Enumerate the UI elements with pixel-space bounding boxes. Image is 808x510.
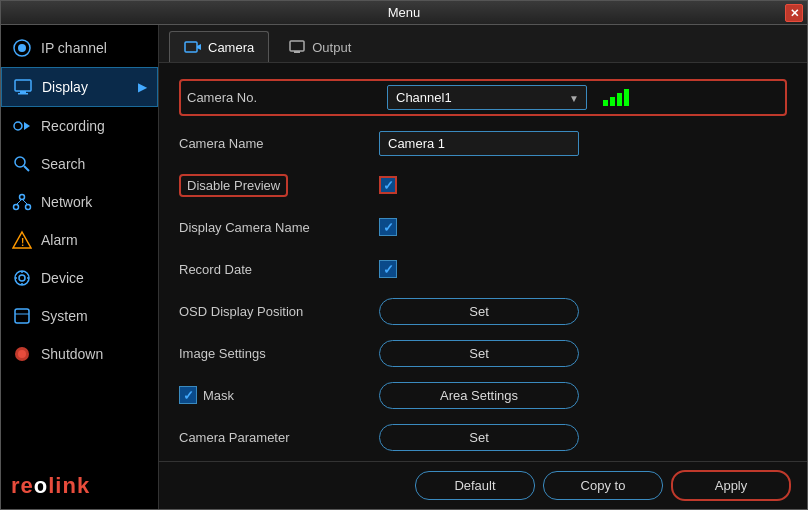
svg-point-25 bbox=[18, 350, 26, 358]
image-settings-control: Set bbox=[379, 340, 787, 367]
sidebar-item-display[interactable]: Display ▶ bbox=[1, 67, 158, 107]
sidebar: IP channel Display ▶ bbox=[1, 25, 159, 509]
mask-area-button[interactable]: Area Settings bbox=[379, 382, 579, 409]
record-date-checkbox[interactable] bbox=[379, 260, 397, 278]
sidebar-item-system[interactable]: System bbox=[1, 297, 158, 335]
tab-bar: Camera Output bbox=[159, 25, 807, 63]
tab-camera[interactable]: Camera bbox=[169, 31, 269, 62]
svg-rect-4 bbox=[18, 93, 28, 95]
sidebar-item-recording[interactable]: Recording bbox=[1, 107, 158, 145]
display-icon bbox=[12, 76, 34, 98]
signal-bars bbox=[603, 89, 629, 106]
svg-line-12 bbox=[16, 199, 22, 205]
record-date-label: Record Date bbox=[179, 262, 379, 277]
camera-param-set-button[interactable]: Set bbox=[379, 424, 579, 451]
camera-no-control: Channel1 Channel2 Channel3 Channel4 bbox=[387, 85, 779, 110]
svg-rect-29 bbox=[294, 51, 300, 53]
sidebar-item-shutdown[interactable]: Shutdown bbox=[1, 335, 158, 373]
camera-no-select[interactable]: Channel1 Channel2 Channel3 Channel4 bbox=[387, 85, 587, 110]
sidebar-item-search[interactable]: Search bbox=[1, 145, 158, 183]
disable-preview-label: Disable Preview bbox=[179, 174, 288, 197]
disable-preview-control bbox=[379, 176, 787, 194]
mask-checkbox[interactable] bbox=[179, 386, 197, 404]
form-area: Camera No. Channel1 Channel2 Channel3 Ch… bbox=[159, 63, 807, 461]
tab-output-label: Output bbox=[312, 40, 351, 55]
sidebar-item-network[interactable]: Network bbox=[1, 183, 158, 221]
svg-marker-6 bbox=[24, 122, 30, 130]
signal-bar-2 bbox=[610, 97, 615, 106]
svg-point-5 bbox=[14, 122, 22, 130]
sidebar-item-alarm[interactable]: ! Alarm bbox=[1, 221, 158, 259]
svg-text:!: ! bbox=[21, 237, 24, 248]
window-body: IP channel Display ▶ bbox=[1, 25, 807, 509]
main-content: Camera Output Camera No. bbox=[159, 25, 807, 509]
display-camera-name-label: Display Camera Name bbox=[179, 220, 379, 235]
signal-bar-3 bbox=[617, 93, 622, 106]
copy-to-button[interactable]: Copy to bbox=[543, 471, 663, 500]
disable-preview-checkbox[interactable] bbox=[379, 176, 397, 194]
reolink-logo: reolink bbox=[1, 463, 158, 509]
title-bar: Menu ✕ bbox=[1, 1, 807, 25]
svg-rect-22 bbox=[15, 309, 29, 323]
image-settings-label: Image Settings bbox=[179, 346, 379, 361]
svg-point-1 bbox=[18, 44, 26, 52]
main-window: Menu ✕ IP channel bbox=[0, 0, 808, 510]
svg-rect-26 bbox=[185, 42, 197, 52]
sidebar-label-ip-channel: IP channel bbox=[41, 40, 107, 56]
sidebar-label-alarm: Alarm bbox=[41, 232, 78, 248]
camera-no-row: Camera No. Channel1 Channel2 Channel3 Ch… bbox=[179, 79, 787, 116]
sidebar-label-device: Device bbox=[41, 270, 84, 286]
signal-bar-4 bbox=[624, 89, 629, 106]
close-button[interactable]: ✕ bbox=[785, 4, 803, 22]
default-button[interactable]: Default bbox=[415, 471, 535, 500]
svg-line-13 bbox=[22, 199, 28, 205]
display-camera-name-checkbox[interactable] bbox=[379, 218, 397, 236]
svg-line-8 bbox=[24, 166, 29, 171]
sidebar-item-ip-channel[interactable]: IP channel bbox=[1, 29, 158, 67]
camera-name-control bbox=[379, 131, 787, 156]
osd-display-control: Set bbox=[379, 298, 787, 325]
camera-name-label: Camera Name bbox=[179, 136, 379, 151]
sidebar-label-search: Search bbox=[41, 156, 85, 172]
output-tab-icon bbox=[288, 38, 306, 56]
sidebar-item-device[interactable]: Device bbox=[1, 259, 158, 297]
alarm-icon: ! bbox=[11, 229, 33, 251]
mask-row: Mask Area Settings bbox=[179, 380, 787, 410]
camera-param-row: Camera Parameter Set bbox=[179, 422, 787, 452]
apply-button[interactable]: Apply bbox=[671, 470, 791, 501]
camera-icon bbox=[11, 37, 33, 59]
search-icon bbox=[11, 153, 33, 175]
recording-icon bbox=[11, 115, 33, 137]
system-icon bbox=[11, 305, 33, 327]
record-date-row: Record Date bbox=[179, 254, 787, 284]
sidebar-label-system: System bbox=[41, 308, 88, 324]
disable-preview-row: Disable Preview bbox=[179, 170, 787, 200]
camera-param-control: Set bbox=[379, 424, 787, 451]
camera-param-label: Camera Parameter bbox=[179, 430, 379, 445]
image-settings-row: Image Settings Set bbox=[179, 338, 787, 368]
camera-tab-icon bbox=[184, 38, 202, 56]
svg-rect-28 bbox=[290, 41, 304, 51]
camera-no-select-wrapper: Channel1 Channel2 Channel3 Channel4 bbox=[387, 85, 587, 110]
camera-name-row: Camera Name bbox=[179, 128, 787, 158]
record-date-control bbox=[379, 260, 787, 278]
svg-point-16 bbox=[15, 271, 29, 285]
mask-label-wrapper: Mask bbox=[179, 386, 379, 404]
display-arrow-icon: ▶ bbox=[138, 80, 147, 94]
camera-name-input[interactable] bbox=[379, 131, 579, 156]
svg-rect-3 bbox=[20, 91, 26, 93]
svg-point-17 bbox=[19, 275, 25, 281]
osd-display-label: OSD Display Position bbox=[179, 304, 379, 319]
osd-set-button[interactable]: Set bbox=[379, 298, 579, 325]
window-title: Menu bbox=[388, 5, 421, 20]
image-set-button[interactable]: Set bbox=[379, 340, 579, 367]
svg-point-7 bbox=[15, 157, 25, 167]
svg-rect-2 bbox=[15, 80, 31, 91]
bottom-bar: Default Copy to Apply bbox=[159, 461, 807, 509]
svg-point-9 bbox=[20, 195, 25, 200]
mask-control: Area Settings bbox=[379, 382, 787, 409]
tab-output[interactable]: Output bbox=[273, 31, 366, 62]
mask-label: Mask bbox=[203, 388, 234, 403]
svg-point-10 bbox=[14, 205, 19, 210]
camera-no-label: Camera No. bbox=[187, 90, 387, 105]
